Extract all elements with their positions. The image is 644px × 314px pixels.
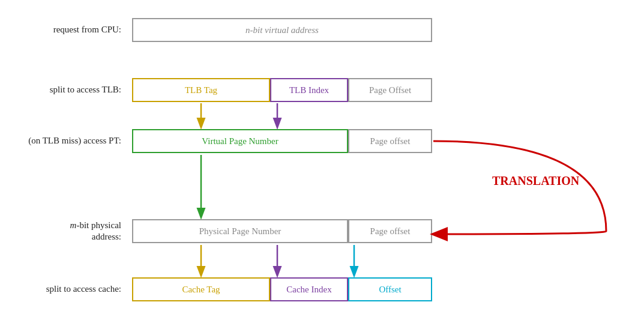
box-cache-tag: Cache Tag [132,277,270,301]
box-tlb-index: TLB Index [270,78,348,102]
box-cache-offset: Offset [348,277,432,301]
boxes-physical: Physical Page Number Page offset [132,219,432,243]
box-tlb-tag: TLB Tag [132,78,270,102]
translation-label: TRANSLATION [492,174,579,188]
diagram: request from CPU: n-bit virtual address … [0,0,644,314]
boxes-cpu: n-bit virtual address [132,18,432,42]
label-pt: (on TLB miss) access PT: [0,135,132,147]
boxes-cache: Cache Tag Cache Index Offset [132,277,432,301]
box-virtual-address: n-bit virtual address [132,18,432,42]
box-pt-page-offset: Page offset [348,129,432,153]
label-tlb: split to access TLB: [0,84,132,96]
row-physical: m-bit physicaladdress: Physical Page Num… [0,219,644,243]
box-vpn: Virtual Page Number [132,129,348,153]
row-cpu: request from CPU: n-bit virtual address [0,18,644,42]
boxes-tlb: TLB Tag TLB Index Page Offset [132,78,432,102]
boxes-pt: Virtual Page Number Page offset [132,129,432,153]
box-ppn: Physical Page Number [132,219,348,243]
box-tlb-page-offset: Page Offset [348,78,432,102]
label-cpu: request from CPU: [0,24,132,36]
label-cache: split to access cache: [0,283,132,295]
row-cache: split to access cache: Cache Tag Cache I… [0,277,644,301]
row-pt: (on TLB miss) access PT: Virtual Page Nu… [0,129,644,153]
box-phys-page-offset: Page offset [348,219,432,243]
arrows-overlay [0,0,644,314]
box-cache-index: Cache Index [270,277,348,301]
row-tlb: split to access TLB: TLB Tag TLB Index P… [0,78,644,102]
label-physical: m-bit physicaladdress: [0,220,132,243]
